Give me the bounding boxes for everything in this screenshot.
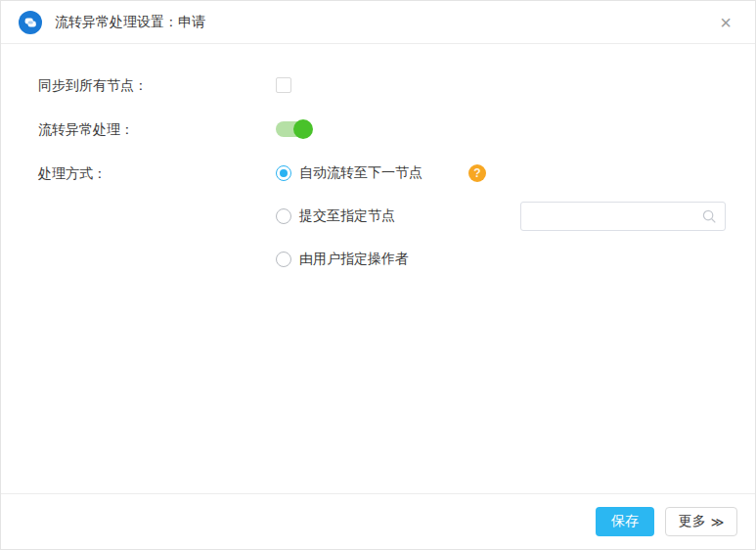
sync-all-nodes-checkbox[interactable] (276, 77, 291, 93)
radio-auto-flow-label: 自动流转至下一节点 (299, 164, 422, 182)
dialog-body: 同步到所有节点： 流转异常处理： 处理方式： 自动流转至下一节点 ? (1, 44, 755, 294)
flow-exception-settings-dialog: 流转异常处理设置：申请 × 同步到所有节点： 流转异常处理： 处理方式： 自动流… (0, 0, 756, 550)
close-icon: × (720, 13, 732, 32)
handle-method-radio-group: 自动流转至下一节点 ? 提交至指定节点 (276, 164, 486, 294)
node-search-box (520, 202, 726, 231)
handle-method-label: 处理方式： (38, 164, 276, 182)
question-mark: ? (473, 166, 480, 180)
node-search-input[interactable] (529, 209, 702, 224)
flow-exception-toggle[interactable] (276, 121, 311, 137)
double-chevron-icon: ≫ (711, 515, 725, 529)
toggle-knob (293, 119, 313, 139)
sync-all-nodes-label: 同步到所有节点： (38, 76, 276, 94)
more-button[interactable]: 更多 ≫ (665, 507, 737, 536)
radio-user-assign-operator[interactable]: 由用户指定操作者 (276, 251, 486, 268)
help-icon[interactable]: ? (468, 164, 486, 182)
radio-auto-flow-next-node[interactable]: 自动流转至下一节点 ? (276, 164, 486, 182)
close-button[interactable]: × (714, 11, 737, 34)
radio-user-assign-label: 由用户指定操作者 (299, 251, 409, 268)
search-icon (702, 209, 717, 224)
dialog-header: 流转异常处理设置：申请 × (1, 1, 755, 44)
row-handle-method: 处理方式： 自动流转至下一节点 ? 提交至指定节点 (38, 164, 755, 294)
radio-unselected-icon (276, 252, 291, 267)
flow-exception-label: 流转异常处理： (38, 120, 276, 138)
row-sync-all-nodes: 同步到所有节点： (38, 76, 755, 94)
radio-selected-icon (276, 165, 291, 181)
radio-submit-label: 提交至指定节点 (299, 207, 395, 225)
more-button-label: 更多 (679, 513, 706, 530)
dialog-title: 流转异常处理设置：申请 (55, 14, 205, 31)
save-button-label: 保存 (611, 513, 639, 530)
dialog-footer: 保存 更多 ≫ (1, 493, 755, 549)
row-flow-exception: 流转异常处理： (38, 120, 755, 138)
radio-unselected-icon (276, 208, 291, 224)
save-button[interactable]: 保存 (596, 507, 654, 536)
radio-submit-to-node[interactable]: 提交至指定节点 (276, 207, 486, 225)
app-flow-icon (19, 11, 42, 34)
